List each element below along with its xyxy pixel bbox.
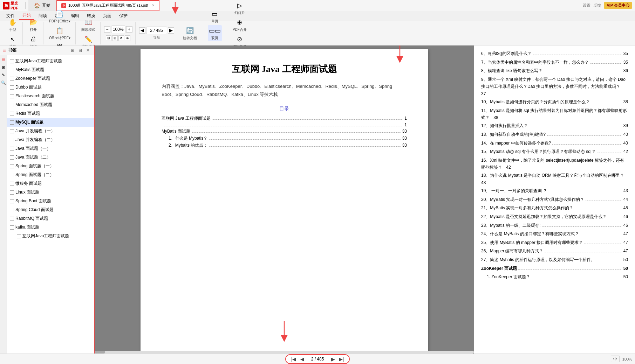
bookmark-item-0[interactable]: 互联网Java工程师面试题 [7,57,94,65]
bookmark-list: 互联网Java工程师面试题 MyBatis 面试题 ZooKeeper 面试题 … [7,55,94,354]
zoom-in-btn[interactable]: + [126,26,132,33]
ribbon: ✋ 手型 ↖ 选择 📂 打开 🖨 打印 📄 PDF转Office▾ 📋 Offi… [0,21,635,46]
check-3 [10,85,14,90]
check-2 [10,77,14,81]
annotation-arrow-down [393,46,407,64]
bookmark-item-11[interactable]: Java 面试题（二） [7,153,94,162]
right-panel-item-4: 10、Mybatis 是如何进行分页的？分页插件的原理是什么？ 38 [481,98,628,106]
title-divider [25,2,26,9]
member-badge[interactable]: VIP 会员中心 [604,2,632,9]
right-panel-item-7: 13、如何获取自动生成的(主)键值? 40 [481,131,628,139]
menu-protect[interactable]: 保护 [116,12,131,20]
settings-label[interactable]: 设置 [583,3,590,8]
hand-tool-btn[interactable]: ✋ 手型 [6,17,20,33]
bookmark-item-13[interactable]: Spring 面试题（二） [7,170,94,179]
rotate-btn[interactable]: 🔄 旋转文档 [181,25,199,41]
feedback-label[interactable]: 反馈 [593,3,601,8]
page-nav-input[interactable] [146,27,167,34]
sidebar-tools: ⊞ ⊟ ✕ [69,47,91,54]
first-page-btn[interactable]: |◀ [290,356,297,363]
single-page-btn[interactable]: ▭ 单页 [208,8,222,24]
sidebar-collapse-btn[interactable]: ⊟ [77,47,83,54]
ribbon-group-tools: ✋ 手型 ↖ 选择 [3,22,23,44]
tab-close-btn[interactable]: ✕ [152,4,155,7]
right-panel: 6、#{}和${}的区别是什么？ 35 7、当实体类中的属性名和表中的字段名不一… [474,46,635,354]
bottom-right: 中 100% [611,356,632,362]
right-panel-item-19: 26、Mapper 编写有哪几种方式？ 47 [481,247,628,255]
height-fit-btn[interactable]: ⊞ [112,35,118,41]
right-panel-item-13: 20、MyBatis 实现一对一有几种方式?具体怎么操作的？ 44 [481,196,628,204]
prev-page-nav-btn[interactable]: ◀ [299,356,306,363]
bookmark-item-9[interactable]: Java 并发编程（二） [7,135,94,144]
bookmark-item-15[interactable]: Linux 面试题 [7,188,94,197]
next-page-btn[interactable]: ▶ [168,27,174,34]
width-fit-btn[interactable]: ⊟ [106,35,111,41]
split-icon: ⊘ [235,34,245,44]
bookmark-item-14[interactable]: 微服务 面试题 [7,179,94,188]
bookmark-item-20[interactable]: 互联网Java工程师面试题 [7,232,94,240]
page-display[interactable] [307,357,328,362]
tab-home-label: 开始 [42,2,50,8]
bookmark-item-12[interactable]: Spring 面试题（一） [7,162,94,170]
menu-page[interactable]: 页面 [100,12,115,20]
bookmark-item-2[interactable]: ZooKeeper 面试题 [7,74,94,83]
bookmark-item-18[interactable]: RabbitMQ 面试题 [7,214,94,223]
right-panel-item-22: 1. ZooKeeper 面试题？ 50 [481,273,628,281]
bookmark-item-17[interactable]: Spring Cloud 面试题 [7,205,94,214]
check-9 [10,138,14,142]
slideshow-btn[interactable]: ▷ 幻灯片 [232,0,247,16]
title-bar: 极 极光PDF 🏠 开始 P 1000道 互联网Java工程师面试题 485页 … [0,0,635,11]
bookmark-item-10[interactable]: Java 面试题（一） [7,144,94,153]
sidebar-content: ☰ ⊞ ✎ 🔍 互联网Java工程师面试题 MyBatis 面试题 ZooKee… [0,55,94,354]
sidebar-icon-1[interactable]: ☰ [1,57,6,62]
bookmark-item-1[interactable]: MyBatis 面试题 [7,65,94,74]
read-mode-btn[interactable]: 📖 阅读模式 [79,17,97,33]
pdf-to-office-btn[interactable]: 📄 PDF转Office▾ [47,8,73,24]
bookmark-item-19[interactable]: kafka 面试题 [7,223,94,232]
next-page-nav-btn[interactable]: ▶ [329,356,336,363]
scroll-thumb[interactable] [95,351,105,354]
right-panel-item-2: 8、模糊查询 like 语句该怎么写？ 36 [481,67,628,75]
check-1 [10,68,14,72]
restore-btn[interactable]: ↺ [118,35,124,41]
office-to-pdf-btn[interactable]: 📋 Office转PDF▾ [47,25,73,41]
check-11 [10,155,14,160]
sidebar-icon-4[interactable]: 🔍 [1,80,6,85]
bookmark-item-8[interactable]: Java 并发编程（一） [7,127,94,135]
right-panel-item-21: ZooKeeper 面试题 50 [481,265,628,273]
check-18 [10,217,14,221]
check-19 [10,225,14,230]
sidebar-list-icon: ☰ [3,48,6,52]
zoom-marquee-btn[interactable]: ⊕ [125,35,130,41]
edit-mode-icon: ✏️ [83,34,93,44]
pdf-to-office-icon: 📄 [55,9,64,19]
sidebar-icon-2[interactable]: ⊞ [1,64,6,70]
bookmark-item-7[interactable]: MySQL 面试题 [7,118,94,127]
bookmark-item-16[interactable]: Spring Boot 面试题 [7,197,94,205]
merge-btn[interactable]: ⊕ PDF合并 [231,17,249,33]
double-page-btn[interactable]: ▭▭ 双页 [208,25,222,41]
check-5 [10,103,14,107]
bookmark-item-5[interactable]: Memcached 面试题 [7,100,94,109]
pdf-area[interactable]: 互联网 Java 工程师面试题 内容涵盖：Java、MyBatis、ZooKee… [95,46,474,354]
open-btn[interactable]: 📂 打开 [26,17,40,33]
check-7 [10,120,14,125]
ribbon-group-file: 📂 打开 🖨 打印 [23,22,43,44]
right-panel-item-9: 15、Mybatis 动态 sql 有什么用？执行原理？有哪些动态 sql？ 4… [481,148,628,156]
pdf-tab-icon: P [61,3,66,8]
sidebar-expand-btn[interactable]: ⊞ [69,47,76,54]
check-10 [10,147,14,151]
bookmark-item-4[interactable]: Elasticsearch 面试题 [7,92,94,100]
sidebar-icon-3[interactable]: ✎ [1,72,6,78]
scroll-bar[interactable] [95,351,474,354]
check-15 [10,190,14,195]
office-to-pdf-icon: 📋 [55,26,64,36]
last-page-btn[interactable]: ▶| [338,356,345,363]
bookmark-item-3[interactable]: Dubbo 面试题 [7,83,94,92]
right-panel-item-14: 21、MyBatis 实现一对多有几种方式怎么操作的？ 45 [481,204,628,212]
zoom-out-btn[interactable]: − [104,26,110,33]
prev-page-btn[interactable]: ◀ [139,27,145,34]
right-panel-item-16: 23、Mybatis 的一级、二级缓存: 46 [481,222,628,230]
sidebar-close-btn[interactable]: ✕ [85,47,91,54]
bookmark-item-6[interactable]: Redis 面试题 [7,109,94,118]
